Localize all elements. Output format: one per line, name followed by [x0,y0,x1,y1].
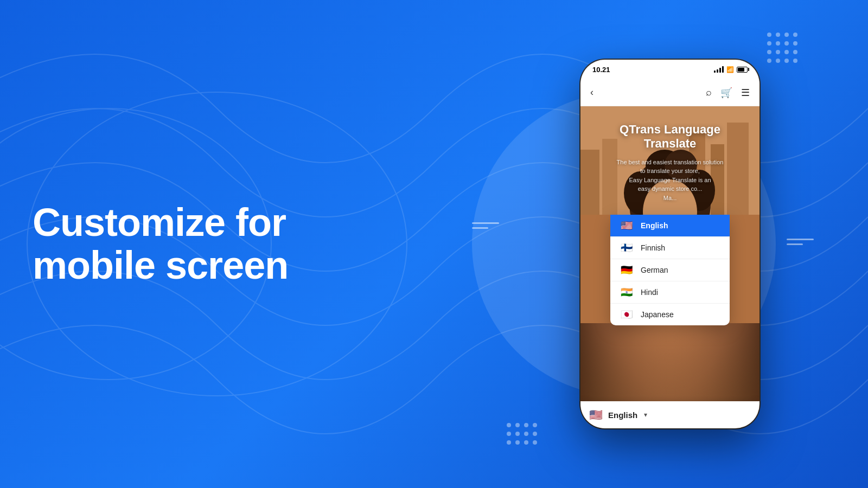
lang-item-hindi[interactable]: 🇮🇳 Hindi [610,281,730,304]
heading-line2: mobile screen [33,243,288,287]
cart-icon[interactable]: 🛒 [720,87,732,99]
lang-name-german: German [641,266,668,274]
flag-hindi: 🇮🇳 [619,287,634,298]
hero-area: QTrans Language Translate The best and e… [580,106,760,428]
selected-language-flag: 🇺🇸 [589,408,603,421]
status-bar: 10.21 📶 [580,60,760,79]
language-dropdown: 🇺🇸 English 🇫🇮 Finnish 🇩🇪 German 🇮🇳 Hindi [610,215,730,325]
battery-icon [737,67,748,73]
heading-line1: Customize for [33,201,286,244]
flag-finnish: 🇫🇮 [619,242,634,253]
search-icon[interactable]: ⌕ [706,87,712,98]
back-button[interactable]: ‹ [590,87,593,98]
phone: 10.21 📶 ‹ ⌕ 🛒 ☰ [580,60,760,428]
dot-grid-bottom [507,423,537,445]
menu-icon[interactable]: ☰ [741,87,750,99]
lang-item-finnish[interactable]: 🇫🇮 Finnish [610,237,730,259]
left-section: Customize for mobile screen [33,201,315,287]
flag-german: 🇩🇪 [619,265,634,275]
phone-wrapper: 10.21 📶 ‹ ⌕ 🛒 ☰ [580,60,760,428]
main-heading: Customize for mobile screen [33,201,315,287]
status-time: 10.21 [592,66,610,74]
wifi-icon: 📶 [726,66,734,73]
signal-icon [714,66,724,73]
lang-name-english: English [641,221,668,230]
lang-name-japanese: Japanese [641,310,674,319]
hero-title-line2: Translate [644,137,697,150]
hero-title-line1: QTrans Language [620,123,720,136]
flag-english: 🇺🇸 [619,220,634,231]
selected-language-text: English [608,410,637,420]
nav-bar: ‹ ⌕ 🛒 ☰ [580,79,760,106]
lang-item-german[interactable]: 🇩🇪 German [610,259,730,281]
hero-description: The best and easiest translation solutio… [591,158,749,203]
dot-grid-top-right [767,33,797,63]
hero-text: QTrans Language Translate The best and e… [580,123,760,202]
flag-japanese: 🇯🇵 [619,309,634,320]
lang-item-english[interactable]: 🇺🇸 English [610,215,730,237]
chevron-down-icon: ▾ [644,411,647,419]
lang-name-hindi: Hindi [641,288,658,297]
lang-item-japanese[interactable]: 🇯🇵 Japanese [610,304,730,325]
status-icons: 📶 [714,66,748,73]
nav-icons: ⌕ 🛒 ☰ [706,87,750,99]
lang-name-finnish: Finnish [641,243,665,252]
language-selector-bar[interactable]: 🇺🇸 English ▾ [580,401,760,428]
deco-lines-right [787,239,814,248]
hero-title: QTrans Language Translate [591,123,749,151]
